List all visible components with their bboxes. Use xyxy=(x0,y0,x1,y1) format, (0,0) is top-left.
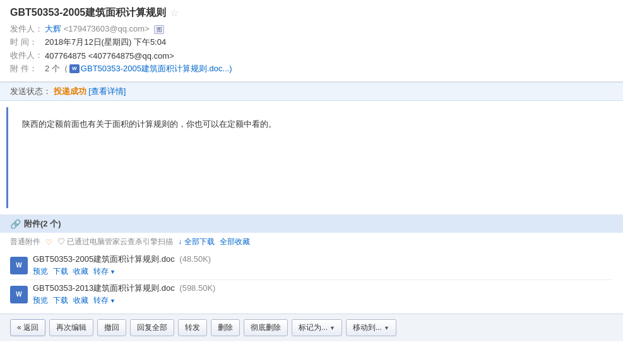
attachment-body: 普通附件 ♡ ♡ 已通过电脑管家云查杀引擎扫描 ↓ 全部下载 全部收藏 W GB… xyxy=(0,233,623,314)
mark-as-arrow: ▼ xyxy=(329,325,335,331)
att-save-arrow-1: ▼ xyxy=(110,269,116,275)
att-count-text: 2 个（ xyxy=(45,63,68,74)
move-to-button[interactable]: 移动到... ▼ xyxy=(346,319,396,336)
att-name-text-1: GBT50353-2005建筑面积计算规则.doc xyxy=(33,254,175,264)
permanent-delete-button-label: 彻底删除 xyxy=(251,322,281,333)
att-label: 附 件： xyxy=(10,63,45,74)
forward-button[interactable]: 转发 xyxy=(178,319,207,336)
mark-as-button-label: 标记为... xyxy=(299,322,328,333)
to-value: 407764875 <407764875@qq.com> xyxy=(45,51,174,61)
edit-button[interactable]: 再次编辑 xyxy=(49,319,93,336)
att-inline-info: 2 个（ W GBT50353-2005建筑面积计算规则.doc...) xyxy=(45,63,232,74)
att-save-arrow-2: ▼ xyxy=(110,298,116,304)
contact-card-icon[interactable]: 图 xyxy=(154,25,164,34)
forward-button-label: 转发 xyxy=(185,322,200,333)
recall-button[interactable]: 撤回 xyxy=(97,319,126,336)
permanent-delete-button[interactable]: 彻底删除 xyxy=(244,319,288,336)
title-row: GBT50353-2005建筑面积计算规则 ☆ xyxy=(10,6,613,20)
att-file-icon-2: W xyxy=(10,286,28,303)
att-info-2: GBT50353-2013建筑面积计算规则.doc (598.50K) 预览 下… xyxy=(33,283,613,306)
shield-text: ♡ 已通过电脑管家云查杀引擎扫描 xyxy=(57,237,173,247)
att-filename-2: GBT50353-2013建筑面积计算规则.doc (598.50K) xyxy=(33,283,613,294)
reply-all-button-label: 回复全部 xyxy=(137,322,167,333)
attachment-section: 🔗 附件(2 个) 普通附件 ♡ ♡ 已通过电脑管家云查杀引擎扫描 ↓ 全部下载… xyxy=(0,214,623,314)
att-filename-1: GBT50353-2005建筑面积计算规则.doc (48.50K) xyxy=(33,254,613,265)
att-save-2[interactable]: 转存 ▼ xyxy=(93,295,116,306)
email-title: GBT50353-2005建筑面积计算规则 xyxy=(10,6,166,20)
att-name-text-2: GBT50353-2013建筑面积计算规则.doc xyxy=(33,283,175,293)
from-value: 大辉 <179473603@qq.com> 图 xyxy=(45,23,164,35)
paperclip-icon: 🔗 xyxy=(10,219,21,229)
shield-check-icon: ♡ xyxy=(45,238,52,247)
attachment-notice: 普通附件 ♡ ♡ 已通过电脑管家云查杀引擎扫描 ↓ 全部下载 全部收藏 xyxy=(10,237,613,247)
attachment-item-2: W GBT50353-2013建筑面积计算规则.doc (598.50K) 预览… xyxy=(10,280,613,308)
from-email: <179473603@qq.com> xyxy=(64,24,150,33)
att-inline-icon: W xyxy=(69,64,80,73)
time-row: 时 间： 2018年7月12日(星期四) 下午5:04 xyxy=(10,37,613,48)
att-preview-1[interactable]: 预览 xyxy=(33,266,48,277)
att-save-label-1[interactable]: 转存 xyxy=(93,266,109,277)
att-preview-2[interactable]: 预览 xyxy=(33,295,48,306)
delivery-label: 发送状态： xyxy=(10,86,51,96)
att-icon-label-2: W xyxy=(16,291,21,298)
attachment-item-1: W GBT50353-2005建筑面积计算规则.doc (48.50K) 预览 … xyxy=(10,251,613,280)
notice-label: 普通附件 xyxy=(10,237,40,247)
sender-name-link[interactable]: 大辉 xyxy=(45,24,61,33)
email-body: 陕西的定额前面也有关于面积的计算规则的，你也可以在定额中看的。 xyxy=(6,107,617,208)
att-collect-2[interactable]: 收藏 xyxy=(73,295,88,306)
email-toolbar: « 返回 再次编辑 撤回 回复全部 转发 删除 彻底删除 标记为... ▼ 移动… xyxy=(0,314,623,341)
att-size-1: (48.50K) xyxy=(179,254,211,264)
email-container: GBT50353-2005建筑面积计算规则 ☆ 发件人： 大辉 <1794736… xyxy=(0,0,623,364)
to-row: 收件人： 407764875 <407764875@qq.com> xyxy=(10,50,613,61)
move-to-arrow: ▼ xyxy=(384,325,389,331)
att-collect-1[interactable]: 收藏 xyxy=(73,266,88,277)
body-text: 陕西的定额前面也有关于面积的计算规则的，你也可以在定额中看的。 xyxy=(22,117,607,131)
att-download-1[interactable]: 下载 xyxy=(53,266,68,277)
delivery-status-bar: 发送状态： 投递成功 [查看详情] xyxy=(0,82,623,101)
to-label: 收件人： xyxy=(10,50,45,61)
star-icon[interactable]: ☆ xyxy=(170,7,179,19)
delete-button[interactable]: 删除 xyxy=(211,319,240,336)
att-file-icon-1: W xyxy=(10,257,28,274)
from-row: 发件人： 大辉 <179473603@qq.com> 图 xyxy=(10,23,613,35)
back-button[interactable]: « 返回 xyxy=(10,319,45,336)
att-size-2: (598.50K) xyxy=(179,283,215,293)
att-save-1[interactable]: 转存 ▼ xyxy=(93,266,116,277)
att-header-row: 附 件： 2 个（ W GBT50353-2005建筑面积计算规则.doc...… xyxy=(10,63,613,74)
collect-all-link[interactable]: 全部收藏 xyxy=(220,237,250,247)
delivery-status-text: 投递成功 xyxy=(54,86,86,96)
delivery-detail-link[interactable]: [查看详情] xyxy=(88,86,126,96)
att-icon-label-1: W xyxy=(16,262,21,269)
time-value: 2018年7月12日(星期四) 下午5:04 xyxy=(45,37,166,48)
att-download-2[interactable]: 下载 xyxy=(53,295,68,306)
edit-button-label: 再次编辑 xyxy=(56,322,86,333)
recall-button-label: 撤回 xyxy=(104,322,119,333)
mark-as-button[interactable]: 标记为... ▼ xyxy=(292,319,342,336)
delete-button-label: 删除 xyxy=(218,322,233,333)
att-inline-filename[interactable]: GBT50353-2005建筑面积计算规则.doc...) xyxy=(81,63,232,74)
from-label: 发件人： xyxy=(10,23,45,35)
att-save-label-2[interactable]: 转存 xyxy=(93,295,109,306)
att-actions-1: 预览 下载 收藏 转存 ▼ xyxy=(33,266,613,277)
move-to-button-label: 移动到... xyxy=(353,322,382,333)
back-button-label: « 返回 xyxy=(17,322,39,333)
time-label: 时 间： xyxy=(10,37,45,48)
att-info-1: GBT50353-2005建筑面积计算规则.doc (48.50K) 预览 下载… xyxy=(33,254,613,277)
download-all-link[interactable]: ↓ 全部下载 xyxy=(178,237,214,247)
att-actions-2: 预览 下载 收藏 转存 ▼ xyxy=(33,295,613,306)
attachment-title: 附件(2 个) xyxy=(24,218,61,230)
attachment-header: 🔗 附件(2 个) xyxy=(0,215,623,233)
reply-all-button[interactable]: 回复全部 xyxy=(130,319,174,336)
email-header: GBT50353-2005建筑面积计算规则 ☆ 发件人： 大辉 <1794736… xyxy=(0,0,623,82)
